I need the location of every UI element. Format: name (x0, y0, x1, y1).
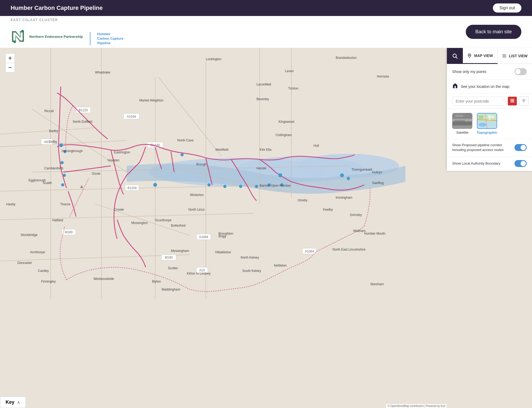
svg-text:▲: ▲ (79, 183, 84, 189)
svg-text:M180: M180 (65, 230, 73, 234)
map-view-icon (467, 53, 472, 58)
topographic-thumbnail-svg (477, 113, 497, 129)
svg-point-51 (239, 185, 242, 188)
list-view-label: LIST VIEW (509, 54, 527, 58)
svg-text:A63: A63 (44, 140, 50, 144)
home-svg-icon (452, 83, 458, 89)
back-to-main-site-button[interactable]: Back to main site (466, 25, 521, 39)
svg-rect-67 (513, 99, 514, 100)
svg-point-85 (479, 123, 486, 127)
svg-point-55 (347, 177, 350, 180)
logo-divider (90, 32, 90, 45)
local-authority-layer-row: Show Local Authority Boundary (447, 156, 532, 171)
postcode-search-button[interactable] (508, 97, 517, 105)
app-title: Humber Carbon Capture Pipeline (11, 5, 103, 11)
svg-text:B1225: B1225 (79, 108, 88, 112)
list-view-tab[interactable]: LIST VIEW (498, 48, 532, 64)
svg-rect-82 (488, 115, 491, 118)
svg-text:B1204: B1204 (127, 186, 137, 190)
svg-point-43 (59, 143, 63, 147)
nep-text: Northern Endurance Partnership (29, 35, 83, 39)
postcode-pin-button[interactable] (519, 96, 529, 106)
pipeline-corridor-toggle[interactable] (514, 144, 527, 151)
svg-point-46 (63, 174, 66, 177)
satellite-thumb (452, 113, 472, 129)
search-icon (452, 53, 458, 59)
topographic-label: Topographic (477, 130, 497, 134)
key-label: Key (6, 399, 14, 405)
nep-icon (11, 28, 27, 44)
svg-point-52 (255, 185, 258, 188)
svg-point-2 (21, 30, 24, 32)
local-authority-label: Show Local Authority Boundary (452, 161, 514, 166)
svg-point-70 (523, 100, 524, 101)
svg-point-1 (13, 40, 16, 43)
svg-point-58 (181, 153, 184, 156)
map-container[interactable]: B1225 A1034 B1430 B1204 A63 A1084 M180 M… (0, 48, 532, 408)
zoom-controls: + − (5, 53, 15, 72)
svg-text:A15: A15 (199, 268, 205, 272)
topbar: Humber Carbon Capture Pipeline Sign out (0, 0, 532, 16)
pipeline-corridor-layer-row: Show Proposed pipeline corridor includin… (447, 139, 532, 156)
location-label: See your location on the map: (461, 84, 510, 89)
show-my-points-row: Show only my points (447, 64, 532, 80)
nep-logo: Northern Endurance Partnership Humber Ca… (11, 28, 123, 46)
home-icon (452, 83, 458, 90)
svg-point-56 (278, 173, 282, 177)
svg-line-61 (456, 57, 457, 58)
satellite-label: Satellite (456, 130, 468, 134)
svg-point-48 (153, 183, 157, 187)
east-coast-cluster-label: EAST CO₂AST CLUSTER (11, 18, 123, 22)
right-panel: MAP VIEW LIST VIEW Show only my points (447, 48, 532, 171)
svg-text:A1084: A1084 (305, 250, 314, 253)
map-view-label: MAP VIEW (474, 54, 493, 58)
tabs: MAP VIEW LIST VIEW (447, 48, 532, 64)
satellite-thumbnail-svg (453, 113, 472, 129)
postcode-row (447, 94, 532, 109)
svg-rect-68 (511, 101, 512, 102)
panel-content: Show only my points See your location on… (447, 64, 532, 171)
svg-point-62 (469, 55, 470, 56)
map-attribution: © OpenStreetMap contributors | Powered b… (386, 404, 447, 408)
location-row: See your location on the map: (447, 80, 532, 94)
svg-point-53 (268, 183, 271, 186)
svg-text:M180: M180 (165, 256, 173, 259)
search-button-icon (510, 99, 514, 103)
svg-rect-74 (453, 121, 472, 125)
map-types: Satellite (447, 109, 532, 139)
svg-rect-66 (511, 99, 512, 100)
svg-rect-84 (489, 119, 491, 120)
map-view-tab[interactable]: MAP VIEW (463, 48, 498, 64)
postcode-input[interactable] (452, 97, 506, 106)
show-my-points-label: Show only my points (452, 70, 486, 74)
svg-rect-86 (479, 115, 483, 119)
svg-text:A1084: A1084 (199, 235, 208, 239)
satellite-map-type[interactable]: Satellite (452, 113, 472, 134)
svg-point-54 (340, 173, 344, 177)
svg-point-44 (63, 150, 66, 153)
header: EAST CO₂AST CLUSTER Northern Endurance P… (0, 16, 532, 48)
svg-rect-76 (455, 115, 463, 117)
pin-button-icon (522, 99, 526, 103)
svg-rect-69 (513, 101, 514, 102)
show-my-points-toggle[interactable] (514, 68, 527, 75)
signout-button[interactable]: Sign out (493, 3, 521, 13)
key-chevron-icon: ∧ (17, 400, 20, 405)
local-authority-toggle[interactable] (514, 160, 527, 167)
svg-point-47 (61, 183, 64, 186)
zoom-in-button[interactable]: + (5, 53, 15, 63)
svg-text:A1034: A1034 (127, 115, 136, 119)
topographic-thumb (477, 113, 497, 129)
svg-point-57 (280, 183, 284, 186)
zoom-out-button[interactable]: − (5, 63, 15, 72)
list-view-icon (502, 54, 507, 58)
svg-point-50 (223, 185, 226, 188)
svg-point-45 (60, 161, 64, 164)
pipeline-corridor-label: Show Proposed pipeline corridor includin… (452, 143, 514, 152)
svg-point-49 (207, 183, 211, 186)
search-tab[interactable] (447, 48, 463, 64)
svg-rect-77 (454, 120, 465, 122)
key-panel[interactable]: Key ∧ (0, 397, 26, 408)
topographic-map-type[interactable]: Topographic (477, 113, 497, 134)
hccp-text: Humber Carbon Capture Pipeline (97, 32, 123, 46)
